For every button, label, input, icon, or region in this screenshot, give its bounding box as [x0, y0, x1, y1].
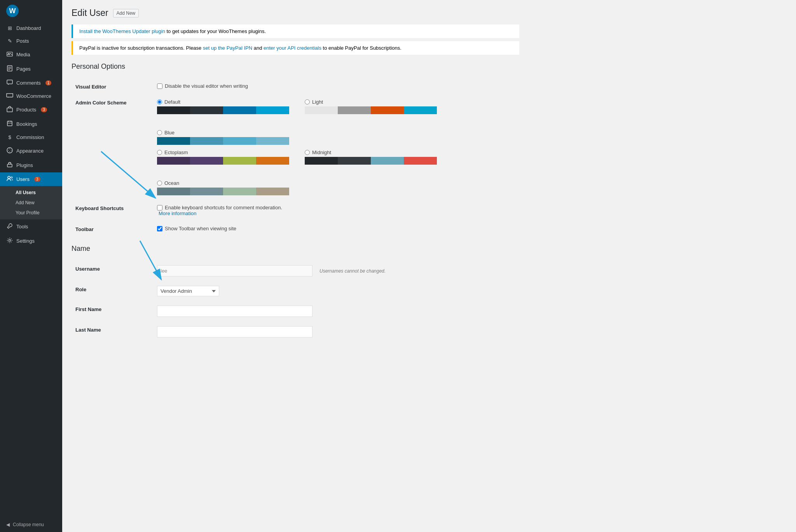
scheme-blue-label[interactable]: Blue — [157, 130, 289, 136]
sidebar-item-woocommerce[interactable]: WooCommerce — [0, 90, 62, 103]
page-title: Edit User — [72, 8, 108, 18]
swatch — [256, 157, 289, 165]
sidebar-item-tools[interactable]: Tools — [0, 219, 62, 234]
swatch — [190, 157, 223, 165]
users-icon — [6, 176, 13, 183]
name-section-heading: Name — [72, 245, 519, 256]
scheme-blue-swatches — [157, 137, 289, 145]
scheme-blue-radio[interactable] — [157, 130, 162, 135]
svg-point-17 — [11, 177, 12, 178]
sidebar-item-media[interactable]: Media — [0, 47, 62, 62]
first-name-input[interactable] — [157, 306, 312, 317]
svg-rect-13 — [7, 164, 12, 167]
sidebar-item-dashboard[interactable]: ⊞ Dashboard — [0, 22, 62, 35]
sidebar-submenu-all-users[interactable]: All Users — [0, 188, 62, 198]
sidebar-submenu-add-new[interactable]: Add New — [0, 198, 62, 208]
sidebar-item-settings[interactable]: Settings — [0, 234, 62, 248]
comments-icon — [6, 80, 13, 86]
role-select[interactable]: Vendor Admin Administrator Editor Author… — [157, 286, 219, 296]
swatch — [190, 188, 223, 195]
keyboard-shortcuts-label: Keyboard Shortcuts — [72, 200, 153, 221]
paypal-ipn-link[interactable]: set up the PayPal IPN — [203, 45, 252, 51]
first-name-row: First Name — [72, 301, 519, 322]
sidebar-item-comments[interactable]: Comments 1 — [0, 76, 62, 90]
color-scheme-label: Admin Color Scheme — [72, 94, 153, 200]
color-scheme-row-container: Admin Color Scheme Default — [72, 94, 519, 200]
main-content: Edit User Add New Install the WooThemes … — [62, 0, 796, 532]
swatch — [338, 106, 371, 114]
visual-editor-label: Visual Editor — [72, 78, 153, 94]
svg-rect-6 — [7, 80, 12, 84]
sidebar-item-plugins[interactable]: Plugins — [0, 158, 62, 172]
paypal-notice: PayPal is inactive for subscription tran… — [72, 41, 519, 55]
keyboard-shortcuts-text: Enable keyboard shortcuts for comment mo… — [165, 205, 282, 210]
swatch — [157, 137, 190, 145]
scheme-midnight-radio[interactable] — [305, 150, 310, 155]
users-submenu: All Users Add New Your Profile — [0, 186, 62, 219]
sidebar-item-bookings[interactable]: Bookings — [0, 117, 62, 131]
products-icon — [6, 106, 13, 113]
color-scheme-options: Default — [157, 99, 515, 145]
woo-updater-link[interactable]: Install the WooThemes Updater plugin — [79, 28, 165, 34]
personal-options-table: Visual Editor Disable the visual editor … — [72, 78, 519, 237]
swatch — [223, 188, 256, 195]
swatch — [190, 106, 223, 114]
scheme-default: Default — [157, 99, 289, 114]
keyboard-shortcuts-checkbox[interactable] — [157, 205, 162, 210]
first-name-label: First Name — [72, 301, 153, 322]
collapse-menu-button[interactable]: ◀ Collapse menu — [0, 517, 62, 532]
toolbar-checkbox-label[interactable]: Show Toolbar when viewing site — [157, 226, 515, 231]
sidebar-item-posts[interactable]: ✎ Posts — [0, 35, 62, 47]
posts-icon: ✎ — [6, 38, 13, 44]
username-label: Username — [72, 261, 153, 281]
name-table: Username Usernames cannot be changed. Ro… — [72, 261, 519, 342]
sidebar-item-commission[interactable]: $ Commission — [0, 131, 62, 144]
dashboard-icon: ⊞ — [6, 25, 13, 31]
visual-editor-checkbox-label[interactable]: Disable the visual editor when writing — [157, 83, 515, 89]
scheme-light-radio[interactable] — [305, 99, 310, 104]
wp-logo-icon: W — [6, 5, 19, 17]
scheme-midnight-swatches — [305, 157, 437, 165]
swatch — [338, 157, 371, 165]
swatch — [256, 137, 289, 145]
scheme-midnight: Midnight — [305, 150, 437, 165]
sidebar-submenu-your-profile[interactable]: Your Profile — [0, 208, 62, 218]
username-note: Usernames cannot be changed. — [319, 268, 386, 274]
swatch — [223, 137, 256, 145]
role-row: Role Vendor Admin Administrator Editor A… — [72, 281, 519, 301]
scheme-midnight-label[interactable]: Midnight — [305, 150, 437, 155]
collapse-icon: ◀ — [6, 522, 10, 527]
scheme-ocean-label[interactable]: Ocean — [157, 180, 289, 186]
visual-editor-checkbox-text: Disable the visual editor when writing — [165, 83, 248, 89]
add-new-button[interactable]: Add New — [113, 9, 139, 17]
scheme-light-label[interactable]: Light — [305, 99, 437, 105]
swatch — [157, 157, 190, 165]
scheme-default-label[interactable]: Default — [157, 99, 289, 105]
svg-rect-7 — [7, 108, 12, 112]
scheme-ectoplasm-label[interactable]: Ectoplasm — [157, 150, 289, 155]
scheme-ectoplasm: Ectoplasm — [157, 150, 289, 165]
appearance-icon — [6, 147, 13, 155]
keyboard-shortcuts-more-info[interactable]: More information — [159, 210, 197, 216]
swatch — [305, 157, 338, 165]
scheme-ocean-swatches — [157, 188, 289, 195]
sidebar-item-products[interactable]: Products 3 — [0, 103, 62, 117]
scheme-light: Light — [305, 99, 437, 114]
svg-rect-8 — [7, 121, 12, 126]
swatch — [305, 106, 338, 114]
sidebar-item-users[interactable]: Users 3 — [0, 172, 62, 186]
page-header: Edit User Add New — [72, 8, 519, 18]
scheme-default-radio[interactable] — [157, 99, 162, 104]
sidebar-item-appearance[interactable]: Appearance — [0, 144, 62, 158]
scheme-blue: Blue — [157, 130, 289, 145]
visual-editor-checkbox[interactable] — [157, 83, 162, 89]
plugins-icon — [6, 162, 13, 169]
media-icon — [6, 51, 13, 58]
scheme-ectoplasm-radio[interactable] — [157, 150, 162, 155]
api-credentials-link[interactable]: enter your API credentials — [264, 45, 321, 51]
last-name-input[interactable] — [157, 326, 312, 337]
sidebar-item-pages[interactable]: Pages — [0, 62, 62, 76]
toolbar-checkbox[interactable] — [157, 226, 162, 231]
keyboard-shortcuts-checkbox-label[interactable]: Enable keyboard shortcuts for comment mo… — [157, 205, 515, 210]
scheme-ocean-radio[interactable] — [157, 181, 162, 186]
